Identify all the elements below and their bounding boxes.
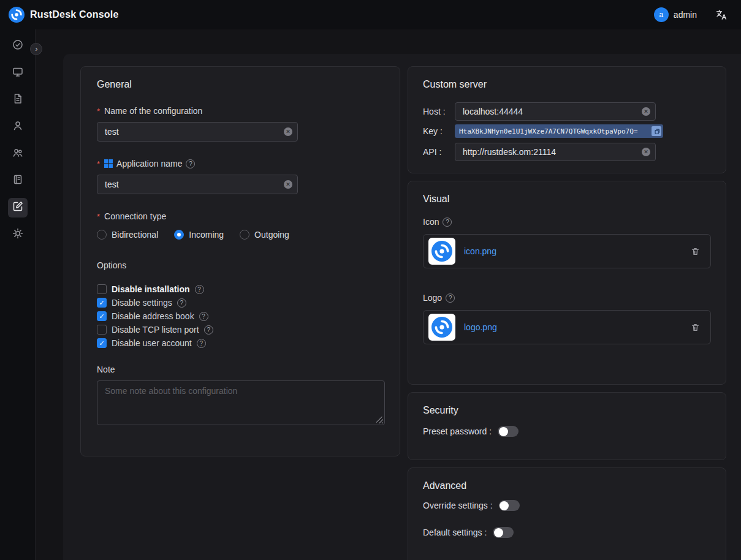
override-settings-toggle[interactable] [499, 500, 520, 511]
sidebar-item-groups[interactable] [8, 144, 28, 164]
host-input[interactable] [455, 102, 656, 121]
override-settings-row: Override settings : [423, 500, 711, 511]
toggle-knob [500, 501, 509, 510]
logo-label: Logo [423, 293, 442, 303]
brand: RustDesk Console [9, 7, 119, 23]
sidebar-item-documents[interactable] [8, 90, 28, 110]
trash-icon[interactable] [690, 246, 701, 257]
app-name-label: Application name [116, 159, 182, 168]
checkbox-label: Disable user account [112, 338, 192, 348]
icon-file-box: icon.png [423, 234, 711, 268]
clear-icon[interactable] [642, 107, 650, 116]
documents-icon [12, 93, 24, 107]
windows-icon [104, 159, 113, 168]
disable-address-book-checkbox[interactable] [97, 311, 107, 321]
help-icon[interactable] [443, 218, 452, 227]
right-column: Custom server Host : Key : HtaXBkJNHyn0e… [408, 66, 726, 560]
devices-icon [12, 66, 24, 80]
security-title: Security [423, 405, 711, 416]
general-title: General [97, 79, 384, 90]
sidebar-item-custom-clients[interactable] [8, 198, 28, 218]
clear-icon[interactable] [284, 127, 292, 136]
radio-control[interactable] [97, 230, 107, 240]
help-icon[interactable] [195, 285, 204, 294]
resize-grip[interactable] [376, 417, 383, 423]
note-textarea[interactable] [97, 380, 385, 425]
username-label[interactable]: admin [674, 10, 697, 20]
settings-icon [12, 227, 24, 242]
radio-bidirectional[interactable]: Bidirectional [97, 230, 158, 240]
preset-password-label: Preset password : [423, 426, 492, 436]
help-icon[interactable] [197, 339, 206, 348]
api-input[interactable] [455, 143, 656, 161]
app-name-input[interactable] [97, 175, 298, 194]
content-panel: General Name of the configuration Applic… [63, 54, 741, 560]
preset-password-toggle[interactable] [498, 426, 519, 437]
options-label: Options [97, 260, 384, 270]
checkbox-row-disable-installation[interactable]: Disable installation [97, 282, 384, 296]
disable-settings-checkbox[interactable] [97, 298, 107, 308]
connection-type-radio-group: Bidirectional Incoming Outgoing [97, 230, 384, 240]
sidebar-item-audit-log[interactable] [8, 171, 28, 191]
disable-installation-checkbox[interactable] [97, 284, 107, 294]
sidebar [0, 29, 36, 560]
radio-control[interactable] [174, 230, 184, 240]
checkbox-label: Disable installation [112, 284, 190, 294]
copy-icon[interactable] [652, 126, 661, 136]
note-label-text: Note [97, 365, 115, 374]
sidebar-item-settings[interactable] [8, 225, 28, 244]
key-row: Key : HtaXBkJNHyn0e1U1jWXze7A7CN7QTGWqxk… [423, 124, 711, 138]
visual-card: Visual Icon icon.png Logo [408, 181, 726, 385]
visual-title: Visual [423, 194, 711, 205]
security-card: Security Preset password : [408, 392, 726, 460]
checkbox-row-disable-settings[interactable]: Disable settings [97, 296, 384, 309]
audit-log-icon [12, 173, 24, 188]
groups-icon [12, 146, 24, 161]
icon-file-link[interactable]: icon.png [464, 246, 682, 256]
advanced-title: Advanced [423, 480, 711, 491]
trash-icon[interactable] [690, 322, 701, 333]
sidebar-item-status[interactable] [8, 36, 28, 56]
radio-label: Incoming [189, 230, 224, 240]
user-icon [12, 119, 24, 134]
rustdesk-console-app: RustDesk Console a admin [0, 0, 741, 560]
sidebar-item-users[interactable] [8, 117, 28, 137]
logo-file-link[interactable]: logo.png [464, 322, 682, 332]
help-icon[interactable] [204, 325, 213, 335]
checkbox-row-disable-user-account[interactable]: Disable user account [97, 336, 384, 350]
translate-icon[interactable] [715, 9, 728, 21]
sidebar-item-devices[interactable] [8, 63, 28, 83]
clear-icon[interactable] [642, 148, 650, 156]
help-icon[interactable] [446, 293, 455, 303]
config-name-label: Name of the configuration [104, 106, 202, 116]
default-settings-row: Default settings : [423, 527, 711, 538]
config-name-input[interactable] [97, 122, 298, 142]
help-icon[interactable] [177, 298, 186, 308]
app-header: RustDesk Console a admin [0, 0, 741, 29]
app-name-input-wrap [97, 175, 298, 194]
icon-label-row: Icon [423, 217, 711, 227]
custom-server-card: Custom server Host : Key : HtaXBkJNHyn0e… [408, 66, 726, 173]
radio-control[interactable] [240, 230, 249, 240]
sidebar-expand-button[interactable]: › [30, 43, 42, 55]
required-asterisk [97, 159, 101, 168]
help-icon[interactable] [186, 159, 195, 168]
status-icon [12, 39, 24, 53]
user-avatar[interactable]: a [654, 7, 669, 22]
host-row: Host : [423, 102, 711, 121]
radio-incoming[interactable]: Incoming [174, 230, 224, 240]
clear-icon[interactable] [284, 180, 292, 189]
default-settings-toggle[interactable] [493, 527, 514, 538]
checkbox-row-disable-tcp-listen-port[interactable]: Disable TCP listen port [97, 323, 384, 336]
default-settings-label: Default settings : [423, 528, 487, 537]
key-value-chip: HtaXBkJNHyn0e1U1jWXze7A7CN7QTGWqxkOtpaVp… [455, 124, 663, 138]
required-asterisk [97, 211, 101, 221]
radio-outgoing[interactable]: Outgoing [240, 230, 289, 240]
checkbox-row-disable-address-book[interactable]: Disable address book [97, 309, 384, 323]
help-icon[interactable] [199, 312, 208, 321]
disable-user-account-checkbox[interactable] [97, 338, 107, 348]
general-card: General Name of the configuration Applic… [80, 66, 400, 456]
override-settings-label: Override settings : [423, 501, 493, 510]
disable-tcp-listen-port-checkbox[interactable] [97, 325, 107, 335]
logo-file-box: logo.png [423, 310, 711, 344]
